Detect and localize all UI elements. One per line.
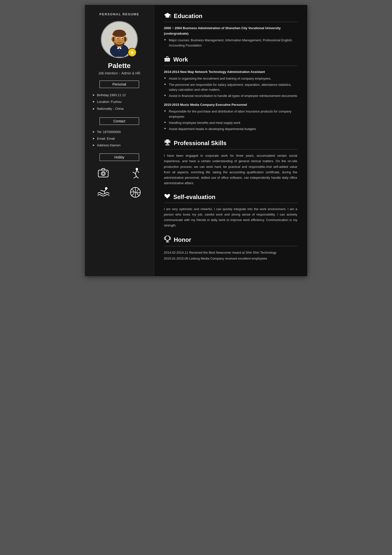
work-entry-1-title: 2015-2015 Music Media Company Executive … [164,102,297,108]
self-eval-title: Self-evaluation [173,194,216,200]
honor-section: Honor 2014.02-2014.11 Received the Best … [164,236,297,261]
skills-divider [164,149,297,150]
svg-line-28 [134,177,136,178]
education-header: Education [164,12,297,20]
svg-point-14 [122,38,123,39]
self-eval-body: I am very optimistic and cheerful, I can… [164,206,297,228]
svg-line-27 [135,174,136,177]
person-name: Palette [108,62,131,70]
skills-body: I have been engaged in corporate work fo… [164,153,297,186]
svg-point-24 [136,168,138,170]
work-0-bullet-1: The personnel are responsible for salary… [164,82,297,93]
self-eval-section: Self-evaluation I am very optimistic and… [164,193,297,228]
personal-info-list: ➤Birthday:1993.11.12 ➤Location: Fuzhou ➤… [90,92,149,112]
svg-rect-49 [166,242,169,242]
location-item: ➤Location: Fuzhou [90,98,149,105]
hobby-icons [90,167,149,201]
personal-button[interactable]: Personal [100,81,139,88]
work-icon [164,56,170,64]
email-item: ➤Email: Email [90,135,149,142]
nationality-item: ➤Nationality：China [90,105,149,112]
education-divider [164,22,297,22]
work-header: Work [164,56,297,64]
svg-point-47 [165,236,170,241]
svg-point-21 [101,172,105,176]
job-intention: Job intention：Admin & HR [98,71,140,76]
svg-point-13 [117,38,118,39]
svg-rect-45 [166,143,168,144]
work-divider [164,66,297,66]
sidebar: PERSONAL RESUME [85,5,154,276]
svg-rect-20 [98,170,108,177]
svg-point-22 [102,173,104,175]
camera-icon [97,167,109,181]
svg-point-31 [105,187,107,190]
education-icon [164,12,171,20]
work-entry-0-title: 2014-2014 New Map Network Technology Adm… [164,69,297,75]
honor-icon [164,236,171,244]
svg-rect-44 [169,140,170,143]
edu-bullet-list: Major courses: Business Management, Info… [164,38,297,48]
star-badge: ★ [128,48,137,57]
main-content: Education 2000 ~ 2004 Business Administr… [154,5,307,276]
svg-rect-46 [165,144,169,145]
skills-title: Professional Skills [174,140,227,147]
svg-line-34 [104,191,105,193]
svg-rect-18 [112,37,114,42]
svg-rect-43 [165,140,166,143]
tel-item: ➤Tel: 1870000000 [90,129,149,135]
skills-section: Professional Skills I have been engaged … [164,139,297,186]
self-eval-header: Self-evaluation [164,193,297,201]
basketball-icon [129,186,141,201]
sidebar-title: PERSONAL RESUME [99,12,139,16]
work-1-bullet-2: Assist department heads in developing de… [164,127,297,132]
honor-header: Honor [164,236,297,244]
honor-text: 2014.02-2014.11 Received the Best Newcom… [164,250,297,261]
svg-rect-41 [164,58,170,59]
hobby-button[interactable]: Hobby [100,154,139,161]
education-body: 2000 ~ 2004 Business Administration of S… [164,25,297,48]
svg-rect-42 [166,139,169,143]
work-1-bullet-1: Handling employee benefits and meal supp… [164,120,297,126]
skills-header: Professional Skills [164,139,297,147]
avatar-container: ★ [101,21,138,58]
skills-text: I have been engaged in corporate work fo… [164,154,297,185]
svg-line-32 [104,190,106,191]
edu-bullet-0: Major courses: Business Management, Info… [164,38,297,48]
work-1-bullet-0: Responsible for the purchase and distrib… [164,109,297,119]
honor-divider [164,246,297,246]
education-title: Education [174,13,203,20]
svg-point-39 [170,17,171,18]
resume-container: PERSONAL RESUME [85,5,307,276]
svg-line-33 [101,190,104,191]
self-eval-divider [164,203,297,203]
work-title: Work [173,56,188,63]
skills-icon [164,139,171,147]
address-item: ➤Address:Xiamen [90,142,149,149]
work-body: 2014-2014 New Map Network Technology Adm… [164,69,297,132]
work-section: Work 2014-2014 New Map Network Technolog… [164,56,297,132]
running-icon [129,167,141,181]
work-bullet-list-1: Responsible for the purchase and distrib… [164,109,297,132]
honor-title: Honor [174,236,191,243]
birthday-item: ➤Birthday:1993.11.12 [90,92,149,98]
education-section: Education 2000 ~ 2004 Business Administr… [164,12,297,48]
contact-info-list: ➤Tel: 1870000000 ➤Email: Email ➤Address:… [90,129,149,149]
work-0-bullet-0: Assist in organizing the recruitment and… [164,76,297,81]
svg-line-29 [136,177,138,178]
work-0-bullet-2: Assist in financial reconciliation to ha… [164,93,297,99]
svg-line-25 [135,170,137,174]
self-eval-icon [164,193,170,201]
honor-body: 2014.02-2014.11 Received the Best Newcom… [164,250,297,261]
svg-line-30 [137,170,139,173]
svg-point-15 [119,40,120,41]
svg-point-8 [112,32,126,37]
edu-entry-title: 2000 ~ 2004 Business Administration of S… [164,25,297,36]
swimming-icon [97,186,110,201]
svg-line-26 [133,172,135,174]
contact-button[interactable]: Contact [100,117,139,125]
svg-rect-19 [124,37,126,42]
work-bullet-list-0: Assist in organizing the recruitment and… [164,76,297,99]
self-eval-text: I am very optimistic and cheerful, I can… [164,207,297,227]
svg-point-23 [106,171,107,172]
